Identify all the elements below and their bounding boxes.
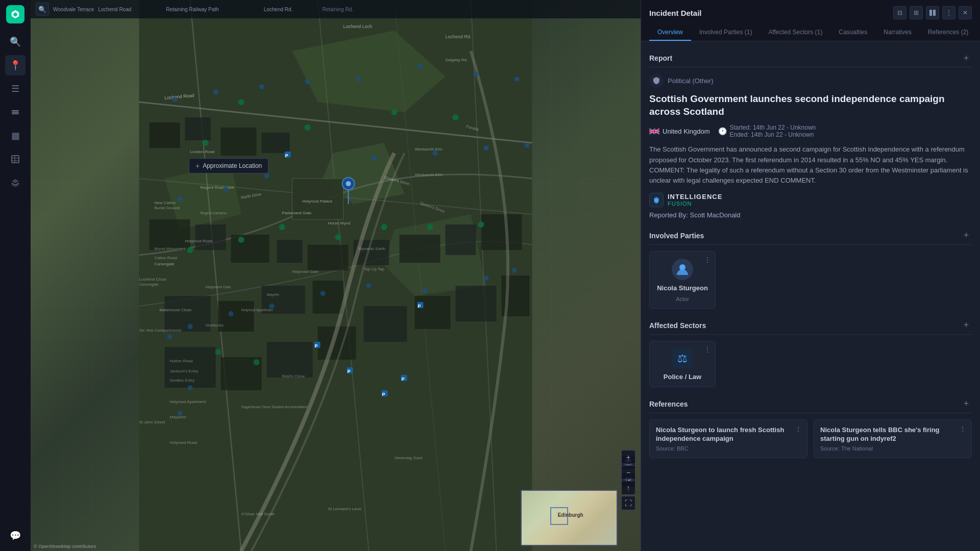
svg-text:Mayaelín: Mayaelín (170, 415, 186, 419)
zoom-out-button[interactable]: − (621, 465, 635, 480)
references-add-button[interactable]: + (961, 398, 972, 410)
sidebar-map[interactable]: 📍 (5, 55, 26, 76)
compass-button[interactable]: ↑ (621, 481, 635, 495)
svg-text:P: P (285, 153, 288, 158)
sidebar-grid[interactable]: ▦ (5, 126, 26, 146)
svg-rect-3 (12, 156, 19, 163)
affected-sectors-title: Affected Sectors (649, 321, 706, 330)
tab-affected-sectors[interactable]: Affected Sectors (1) (760, 24, 830, 41)
tab-involved-parties[interactable]: Involved Parties (1) (691, 24, 760, 41)
svg-point-90 (213, 89, 218, 94)
svg-point-120 (187, 247, 193, 253)
report-add-button[interactable]: + (961, 53, 972, 64)
tab-casualties[interactable]: Casualties (830, 24, 875, 41)
panel-more-btn[interactable]: ⋮ (942, 6, 955, 19)
svg-point-101 (433, 151, 438, 156)
sidebar-chat[interactable]: 💬 (5, 525, 26, 546)
svg-text:Jackson's Entry: Jackson's Entry (170, 369, 199, 373)
tab-narratives[interactable]: Narratives (875, 24, 920, 41)
sidebar-stack[interactable] (5, 172, 26, 193)
sidebar-layers[interactable] (5, 102, 26, 122)
affected-sectors-add-button[interactable]: + (961, 320, 972, 331)
affected-sectors-cards: ⋮ ⚖ Police / Law (649, 341, 972, 387)
svg-text:Lochend Loch: Lochend Loch (344, 24, 373, 29)
approx-location-label: Approximate Location (203, 162, 262, 169)
svg-rect-19 (185, 117, 211, 140)
map-road-label-5: Retaining Rd. (322, 7, 353, 12)
svg-rect-40 (415, 296, 451, 329)
svg-point-117 (305, 124, 311, 131)
svg-rect-22 (150, 219, 190, 250)
fullscreen-button[interactable]: ⛶ (621, 496, 635, 510)
panel-grid-btn[interactable]: ⊞ (910, 6, 923, 19)
svg-text:Lochend Close: Lochend Close (139, 277, 167, 282)
svg-point-126 (478, 221, 484, 228)
svg-text:Horse Wynd: Horse Wynd (328, 221, 351, 226)
sidebar-table[interactable] (5, 149, 26, 169)
map-search-btn[interactable]: 🔍 (36, 3, 49, 16)
svg-point-121 (238, 237, 244, 243)
panel-header-actions: ⊟ ⊞ ⋮ ✕ (893, 6, 972, 19)
panel-close-btn[interactable]: ✕ (959, 6, 972, 19)
reference-card-0[interactable]: ⋮ Nicola Sturgeon to launch fresh Scotti… (649, 419, 807, 458)
svg-rect-34 (481, 214, 522, 250)
tab-references[interactable]: References (2) (920, 24, 976, 41)
svg-text:Holyrood Gate: Holyrood Gate (292, 269, 319, 274)
panel-title: Incident Detail (649, 9, 702, 17)
panel-expand-btn[interactable]: ⊟ (893, 6, 906, 19)
svg-point-106 (229, 311, 234, 316)
svg-text:London Road: London Road (190, 149, 215, 154)
panel-body: Report + Political (Other) Scottish Gove… (641, 41, 980, 551)
svg-text:O'Shae Hall South: O'Shae Hall South (241, 512, 275, 516)
svg-point-94 (418, 64, 423, 69)
sidebar-list[interactable]: ☰ (5, 79, 26, 99)
tab-overview[interactable]: Overview (649, 24, 691, 41)
svg-point-108 (321, 291, 326, 296)
svg-text:Holyrood Palace: Holyrood Palace (303, 199, 333, 204)
svg-text:P: P (382, 392, 385, 397)
svg-point-142 (346, 181, 351, 186)
incident-body: The Scottish Government has announced a … (649, 144, 972, 186)
svg-text:P: P (348, 369, 351, 374)
reference-card-1[interactable]: ⋮ Nicola Sturgeon tells BBC she's firing… (814, 419, 972, 458)
involved-parties-add-button[interactable]: + (961, 230, 972, 241)
mini-map[interactable]: Edinburgh (521, 490, 618, 546)
entity-card-nicola-sturgeon[interactable]: ⋮ Nicola Sturgeon Actor (649, 251, 716, 309)
panel-columns-btn[interactable] (926, 6, 939, 19)
svg-point-118 (391, 109, 398, 115)
svg-text:St John Street: St John Street (139, 420, 165, 424)
incident-title: Scottish Government launches second inde… (649, 93, 972, 118)
involved-parties-cards: ⋮ Nicola Sturgeon Actor (649, 251, 972, 309)
svg-point-111 (484, 276, 489, 281)
svg-rect-1 (12, 112, 19, 113)
svg-point-110 (423, 288, 428, 293)
svg-point-98 (224, 186, 229, 191)
ref-card-menu-1[interactable]: ⋮ (959, 425, 966, 433)
svg-text:Wentworth Elm: Wentworth Elm (415, 172, 443, 177)
svg-rect-26 (308, 245, 349, 270)
sector-card-menu[interactable]: ⋮ (704, 345, 711, 354)
tab-more-button[interactable]: › (977, 24, 980, 41)
svg-text:Calton Road: Calton Road (155, 256, 177, 260)
location-time-row: United Kingdom 🕐 Started: 14th Jun 22 - … (649, 124, 972, 138)
svg-rect-23 (195, 224, 226, 250)
sector-name: Police / Law (664, 373, 701, 381)
sidebar-search[interactable]: 🔍 (5, 32, 26, 52)
zoom-in-button[interactable]: + (621, 450, 635, 464)
svg-rect-39 (364, 306, 407, 342)
svg-point-119 (453, 114, 459, 120)
svg-rect-30 (313, 281, 344, 314)
svg-text:Wentworth Elm: Wentworth Elm (415, 147, 443, 152)
svg-text:Lochend Rd.: Lochend Rd. (446, 34, 472, 39)
reported-by: Reported By: Scott MacDonald (649, 211, 972, 219)
svg-text:Holyrood Gait: Holyrood Gait (206, 285, 231, 289)
svg-text:Bakehouse Close: Bakehouse Close (160, 308, 192, 312)
entity-card-menu[interactable]: ⋮ (704, 256, 711, 264)
app-logo[interactable] (6, 5, 24, 23)
map-area[interactable]: Lochend Road Lochend Loch Lochend Rd. Lo… (31, 0, 641, 551)
sector-card-police-law[interactable]: ⋮ ⚖ Police / Law (649, 341, 716, 387)
svg-point-123 (335, 234, 341, 240)
svg-text:Cannongate: Cannongate (139, 283, 159, 287)
time-item: 🕐 Started: 14th Jun 22 - Unknown Ended: … (718, 124, 816, 138)
ref-card-menu-0[interactable]: ⋮ (795, 425, 802, 433)
